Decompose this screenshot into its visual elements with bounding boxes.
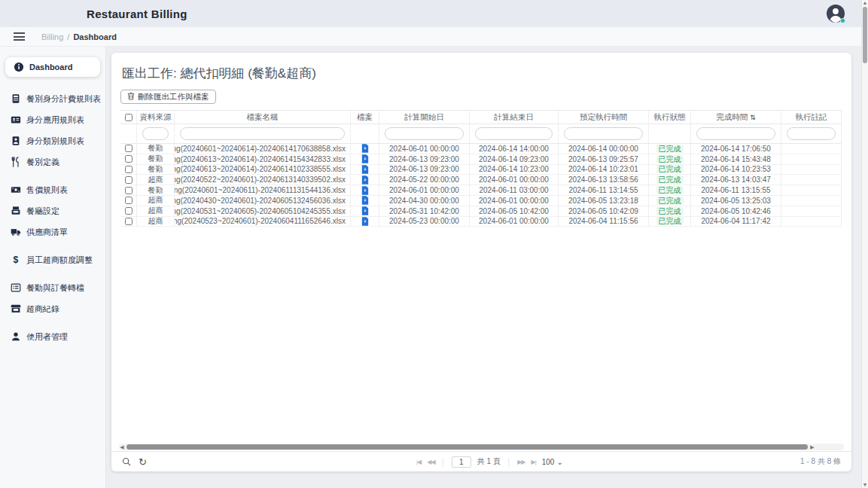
sidebar-item-meal-definition[interactable]: 餐別定義 xyxy=(10,155,100,169)
sidebar-item-dashboard[interactable]: Dashboard xyxy=(5,57,100,77)
cell-scheduled-value: 2024-06-11 13:14:55 xyxy=(568,186,638,194)
cell-note xyxy=(781,144,842,154)
xlsx-download-icon[interactable] xyxy=(361,186,369,195)
filter-filename-input[interactable] xyxy=(180,127,345,140)
cell-source: 餐勤 xyxy=(137,154,175,165)
status-badge: 已完成 xyxy=(656,175,684,184)
sidebar-item-identity-apply-rules[interactable]: 身分應用規則表 xyxy=(10,113,100,127)
breadcrumb-section[interactable]: Billing xyxy=(41,32,63,41)
hscroll-left-arrow-icon[interactable]: ◀ xyxy=(119,444,125,450)
column-header-filename[interactable]: 檔案名稱 xyxy=(175,111,351,124)
column-header-label: 執行註記 xyxy=(796,112,827,123)
list-alt-icon xyxy=(10,282,21,294)
row-checkbox[interactable] xyxy=(125,218,132,225)
pager-last-button[interactable]: ▶| xyxy=(531,459,535,465)
pager-current-page-input[interactable]: 1 xyxy=(452,456,471,468)
row-checkbox[interactable] xyxy=(125,155,132,163)
vscroll-up-arrow-icon[interactable]: ▲ xyxy=(862,0,868,5)
column-header-scheduled[interactable]: 預定執行時間 xyxy=(559,111,649,124)
horizontal-scrollbar[interactable]: ◀ ▶ xyxy=(119,444,844,450)
column-header-source[interactable]: 資料來源 xyxy=(137,111,175,124)
xlsx-download-icon[interactable] xyxy=(361,165,369,174)
xlsx-download-icon[interactable] xyxy=(361,196,369,205)
row-checkbox[interactable] xyxy=(125,207,132,215)
cell-scheduled-value: 2024-06-13 13:58:56 xyxy=(568,175,638,184)
refresh-icon[interactable]: ↻ xyxy=(139,457,147,467)
row-checkbox[interactable] xyxy=(125,197,132,204)
row-checkbox[interactable] xyxy=(125,145,132,152)
hscroll-right-arrow-icon[interactable]: ▶ xyxy=(809,444,815,450)
cell-source: 餐勤 xyxy=(137,144,175,154)
user-avatar-button[interactable] xyxy=(827,5,845,23)
cell-source: 超商 xyxy=(137,217,175,227)
xlsx-download-icon[interactable] xyxy=(361,217,369,226)
row-checkbox[interactable] xyxy=(125,187,132,194)
select-all-checkbox[interactable] xyxy=(125,114,132,121)
filter-cell-source xyxy=(137,124,175,144)
pager-first-button[interactable]: |◀ xyxy=(416,459,421,465)
status-badge: 已完成 xyxy=(656,186,684,194)
row-checkbox[interactable] xyxy=(125,166,132,173)
cell-calc_start: 2024-05-31 10:42:00 xyxy=(379,206,470,217)
filter-completed-input[interactable] xyxy=(696,127,775,140)
row-checkbox-cell xyxy=(120,175,137,185)
xlsx-download-icon[interactable] xyxy=(361,206,369,215)
pager-next-button[interactable]: ▶▶ xyxy=(517,459,525,465)
page-size-select[interactable]: 100 ⌄ xyxy=(542,458,563,466)
sidebar-item-meal-order-transfer[interactable]: 餐勤與訂餐轉檔 xyxy=(10,281,100,294)
row-checkbox[interactable] xyxy=(125,176,132,184)
search-icon[interactable] xyxy=(122,457,131,466)
sidebar-item-restaurant-settings[interactable]: 餐廳設定 xyxy=(10,204,100,218)
filter-calc_start-input[interactable] xyxy=(385,127,464,140)
sidebar-item-meal-identity-billing-rules[interactable]: 餐別身分計費規則表 xyxy=(10,92,100,105)
cell-source-value: 超商 xyxy=(148,196,163,206)
cell-completed: 2024-06-11 13:15:55 xyxy=(691,185,781,196)
sidebar-item-identity-category-rules[interactable]: 身分類別規則表 xyxy=(10,134,100,148)
vertical-scrollbar[interactable]: ▲ ▼ xyxy=(861,0,868,488)
column-header-note[interactable]: 執行註記 xyxy=(781,111,842,124)
sidebar-item-price-rules[interactable]: 售價規則表 xyxy=(10,183,100,197)
filter-note-input[interactable] xyxy=(787,127,836,140)
cell-calc_end-value: 2024-06-01 00:00:00 xyxy=(479,175,549,184)
cell-calc_start: 2024-06-01 00:00:00 xyxy=(379,185,470,196)
cell-calc_end-value: 2024-06-11 03:00:00 xyxy=(479,186,548,194)
menu-toggle-icon[interactable] xyxy=(14,31,25,43)
filter-scheduled-input[interactable] xyxy=(564,127,643,140)
cell-calc_start-value: 2024-05-31 10:42:00 xyxy=(389,207,459,215)
sort-icon[interactable]: ⇅ xyxy=(750,114,756,121)
cell-calc_end-value: 2024-06-14 10:23:00 xyxy=(479,165,549,173)
sidebar-item-employee-store-quota[interactable]: $員工超商額度調整 xyxy=(10,253,100,267)
table-filter-row xyxy=(120,124,842,144)
sidebar-item-label: 餐別定義 xyxy=(26,157,59,168)
filter-cell-file xyxy=(351,124,379,144)
online-status-dot xyxy=(840,18,845,23)
money-bill-icon xyxy=(10,185,21,196)
select-all-checkbox-cell xyxy=(120,111,137,124)
xlsx-download-icon[interactable] xyxy=(361,144,369,153)
column-header-file[interactable]: 檔案 xyxy=(351,111,379,124)
column-header-calc_end[interactable]: 計算結束日 xyxy=(470,111,559,124)
column-header-completed[interactable]: 完成時間⇅ xyxy=(691,111,781,124)
vscroll-thumb[interactable] xyxy=(863,7,867,63)
column-header-status[interactable]: 執行狀態 xyxy=(649,111,691,124)
sidebar-item-user-management[interactable]: 使用者管理 xyxy=(10,330,100,343)
filter-source-input[interactable] xyxy=(142,127,169,140)
xlsx-download-icon[interactable] xyxy=(361,175,369,185)
vscroll-down-arrow-icon[interactable]: ▼ xyxy=(862,482,868,487)
delete-export-jobs-button[interactable]: 刪除匯出工作與檔案 xyxy=(120,90,216,104)
hscroll-thumb[interactable] xyxy=(126,444,808,450)
breadcrumb-separator: / xyxy=(67,32,69,41)
sidebar-item-label: 售價規則表 xyxy=(26,185,68,196)
filter-calc_end-input[interactable] xyxy=(475,127,553,140)
cell-completed-value: 2024-06-05 10:42:46 xyxy=(701,207,771,215)
cell-source-value: 餐勤 xyxy=(148,185,163,195)
sidebar-item-supplier-list[interactable]: 供應商清單 xyxy=(10,225,100,239)
column-header-calc_start[interactable]: 計算開始日 xyxy=(379,111,470,124)
cell-source-value: 餐勤 xyxy=(148,154,163,164)
pager-prev-button[interactable]: ◀◀ xyxy=(427,459,434,465)
xlsx-download-icon[interactable] xyxy=(361,154,369,163)
cell-file xyxy=(351,165,379,175)
column-header-label: 執行狀態 xyxy=(654,112,686,123)
sidebar-item-store-records[interactable]: 超商紀錄 xyxy=(10,302,100,316)
cell-calc_end-value: 2024-06-14 09:23:00 xyxy=(479,155,549,163)
